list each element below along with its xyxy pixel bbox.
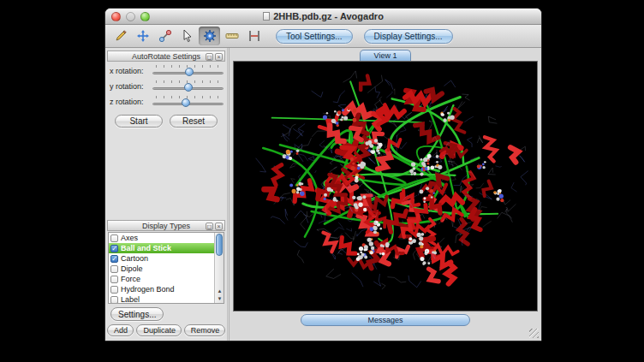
display-type-label: Hydrogen Bond — [121, 285, 175, 294]
traffic-lights — [111, 12, 150, 21]
cursor-icon — [181, 29, 194, 43]
close-panel-icon[interactable]: × — [215, 53, 223, 61]
display-type-label: Axes — [121, 234, 138, 242]
display-types-list: Axes ✓ Ball and Stick ✓ Cartoon — [108, 232, 224, 304]
navigate-tool-button[interactable] — [132, 27, 153, 45]
display-type-checkbox[interactable]: ✓ — [110, 245, 118, 252]
z-rotation-slider[interactable] — [152, 95, 224, 108]
display-types-panel: Display Types ◻ × Axes — [107, 220, 225, 339]
y-rotation-label: y rotation: — [110, 82, 152, 91]
autorotate-panel-title: AutoRotate Settings — [132, 52, 200, 61]
float-panel-icon[interactable]: ◻ — [206, 53, 213, 61]
x-rotation-row: x rotation: — [110, 64, 224, 77]
minimize-window-button[interactable] — [126, 12, 135, 21]
display-type-label: Label — [121, 295, 140, 303]
ruler-icon — [225, 29, 239, 43]
avogadro-window: 2HHB.pdb.gz - Avogadro — [104, 8, 542, 341]
duplicate-button[interactable]: Duplicate — [136, 324, 181, 336]
autorotate-panel-titlebar[interactable]: AutoRotate Settings ◻ × — [107, 50, 225, 62]
display-type-row-cartoon[interactable]: ✓ Cartoon — [109, 253, 214, 264]
display-type-label: Dipole — [121, 264, 143, 273]
slider-ticks — [156, 96, 220, 98]
close-window-button[interactable] — [111, 12, 121, 21]
view-tab[interactable]: View 1 — [360, 50, 412, 61]
slider-thumb[interactable] — [184, 83, 193, 92]
display-type-checkbox[interactable] — [110, 234, 118, 242]
pencil-icon — [114, 29, 128, 43]
dock-spacer — [107, 132, 225, 220]
display-type-checkbox[interactable] — [110, 265, 118, 273]
settings-button[interactable]: Settings... — [110, 307, 164, 321]
display-type-row-force[interactable]: Force — [109, 274, 214, 284]
bond-centric-tool-button[interactable] — [154, 27, 176, 45]
zoom-window-button[interactable] — [140, 12, 150, 21]
display-type-checkbox[interactable]: ✓ — [110, 255, 118, 263]
measure-tool-button[interactable] — [221, 27, 242, 45]
y-rotation-row: y rotation: — [110, 80, 224, 92]
select-tool-button[interactable] — [176, 27, 198, 45]
titlebar[interactable]: 2HHB.pdb.gz - Avogadro — [105, 9, 541, 25]
scroll-up-icon[interactable]: ▲ — [215, 288, 224, 295]
desktop-background: 2HHB.pdb.gz - Avogadro — [0, 0, 644, 362]
display-type-label: Cartoon — [121, 254, 148, 263]
y-rotation-slider[interactable] — [152, 80, 224, 92]
window-content: AutoRotate Settings ◻ × x rotation: — [105, 48, 541, 341]
list-scrollbar[interactable]: ▲ ▼ — [214, 233, 224, 303]
view-tabs: View 1 — [230, 48, 541, 61]
document-icon — [263, 12, 270, 21]
z-rotation-row: z rotation: — [110, 95, 224, 108]
display-type-row-hydrogen-bond[interactable]: Hydrogen Bond — [109, 284, 214, 294]
display-settings-button[interactable]: Display Settings... — [364, 29, 453, 44]
x-rotation-label: x rotation: — [110, 67, 152, 75]
draw-tool-button[interactable] — [110, 27, 131, 45]
display-type-row-ball-and-stick[interactable]: ✓ Ball and Stick — [109, 243, 214, 253]
messages-button[interactable]: Messages — [301, 314, 470, 326]
remove-button[interactable]: Remove — [184, 324, 225, 336]
display-type-checkbox[interactable] — [110, 296, 118, 304]
x-rotation-slider[interactable] — [152, 64, 224, 77]
display-type-label: Ball and Stick — [121, 244, 171, 252]
display-type-row-label[interactable]: Label — [109, 294, 214, 303]
reset-button[interactable]: Reset — [170, 115, 218, 128]
align-tool-button[interactable] — [243, 27, 265, 45]
gear-icon — [203, 29, 217, 43]
display-type-row-dipole[interactable]: Dipole — [109, 264, 214, 274]
scrollbar-thumb[interactable] — [216, 234, 223, 256]
start-button[interactable]: Start — [115, 115, 163, 128]
display-type-checkbox[interactable] — [110, 286, 118, 294]
display-types-panel-titlebar[interactable]: Display Types ◻ × — [107, 220, 225, 231]
molecule-viewport[interactable] — [233, 61, 538, 312]
bond-icon — [158, 29, 172, 43]
display-type-row-axes[interactable]: Axes — [109, 233, 214, 243]
resize-grip[interactable] — [529, 329, 539, 338]
scroll-down-icon[interactable]: ▼ — [215, 295, 224, 303]
float-panel-icon[interactable]: ◻ — [206, 223, 213, 230]
left-dock: AutoRotate Settings ◻ × x rotation: — [105, 48, 227, 341]
molecule-render[interactable] — [234, 62, 537, 311]
navigate-arrows-icon — [136, 29, 150, 43]
display-type-checkbox[interactable] — [110, 276, 118, 283]
autorotate-panel: AutoRotate Settings ◻ × x rotation: — [107, 50, 225, 132]
display-type-label: Force — [121, 275, 140, 283]
window-title: 2HHB.pdb.gz - Avogadro — [273, 11, 384, 21]
add-button[interactable]: Add — [107, 324, 134, 336]
autorotate-tool-button[interactable] — [199, 27, 220, 45]
close-panel-icon[interactable]: × — [215, 223, 223, 230]
align-icon — [247, 29, 261, 43]
main-area: View 1 Messages — [230, 48, 541, 341]
toolbar: Tool Settings... Display Settings... — [105, 25, 541, 48]
statusbar — [230, 328, 541, 341]
z-rotation-label: z rotation: — [110, 98, 152, 106]
slider-thumb[interactable] — [185, 68, 194, 76]
tool-settings-button[interactable]: Tool Settings... — [276, 29, 353, 44]
slider-thumb[interactable] — [182, 98, 190, 107]
display-types-panel-title: Display Types — [142, 222, 190, 230]
window-title-area: 2HHB.pdb.gz - Avogadro — [263, 11, 384, 21]
messages-row: Messages — [230, 312, 541, 328]
